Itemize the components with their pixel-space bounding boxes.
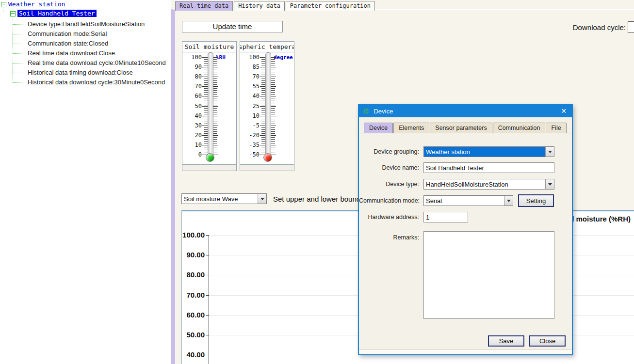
download-cycle-input[interactable] bbox=[628, 21, 634, 33]
gauge-tick-label: 25 bbox=[240, 103, 260, 110]
major-tick bbox=[213, 106, 218, 107]
atmospheric-temperature-gauge: Atmospheric temperature degree 100857055… bbox=[240, 41, 294, 171]
dialog-tab-file[interactable]: File bbox=[546, 123, 566, 133]
major-tick bbox=[271, 106, 276, 107]
tree-node-soil-handheld-tester[interactable]: Soil Handheld Tester bbox=[10, 10, 97, 17]
gauge-tick-label: 20 bbox=[182, 132, 202, 139]
dialog-tab-device[interactable]: Device bbox=[364, 123, 393, 133]
tree-item-property[interactable]: Device type:HandHeldSoilMoistureStation bbox=[28, 19, 166, 29]
gauge-tick-label: 100 bbox=[240, 54, 260, 61]
major-tick bbox=[260, 106, 265, 107]
major-tick bbox=[213, 77, 218, 77]
dialog-footer bbox=[359, 349, 572, 354]
device-tree-panel: Weather station Soil Handheld Tester Dev… bbox=[0, 0, 171, 364]
chart-y-axis bbox=[209, 235, 209, 364]
chart-y-label: 70.00 bbox=[182, 291, 205, 299]
close-icon[interactable]: ✕ bbox=[555, 105, 572, 117]
chevron-down-icon[interactable] bbox=[504, 196, 513, 206]
major-tick bbox=[260, 67, 265, 67]
gauge-tick-label: 50 bbox=[182, 103, 202, 110]
tree-item-property[interactable]: Real time data download:Close bbox=[28, 48, 166, 58]
major-tick bbox=[271, 116, 276, 116]
tab-real-time-data[interactable]: Real-time data bbox=[175, 1, 233, 11]
gauge-tick-label: 30 bbox=[182, 122, 202, 129]
tree-item-property[interactable]: Historical data timing download:Close bbox=[28, 68, 166, 78]
tree-node-label-selected[interactable]: Soil Handheld Tester bbox=[17, 10, 97, 17]
chart-y-tick bbox=[206, 315, 209, 316]
chart-y-label: 60.00 bbox=[182, 311, 205, 319]
dialog-tab-strip: DeviceElementsSensor parametersCommunica… bbox=[364, 123, 567, 133]
device-type-select[interactable]: HandHeldSoilMoistureStation bbox=[423, 179, 554, 190]
major-tick bbox=[213, 155, 218, 155]
tree-item-property[interactable]: Real time data download cycle:0Minute10S… bbox=[28, 58, 166, 68]
major-tick bbox=[271, 126, 276, 126]
gauge-tick-label: 70 bbox=[240, 73, 260, 80]
remarks-textarea[interactable] bbox=[423, 231, 554, 319]
tree-node-weather-station[interactable]: Weather station bbox=[1, 0, 65, 8]
chart-y-label: 40.00 bbox=[182, 351, 205, 359]
gauge-tick-label: 0 bbox=[182, 151, 202, 158]
tree-item-property[interactable]: Historical data download cycle:30Minute0… bbox=[28, 78, 166, 87]
update-time-button[interactable]: Update time bbox=[182, 21, 283, 32]
gauge-unit-label: degree bbox=[274, 54, 293, 61]
gauge-footer bbox=[182, 164, 236, 171]
tab-history-data[interactable]: History data bbox=[234, 1, 285, 11]
tree-item-property[interactable]: Communication state:Closed bbox=[28, 39, 166, 48]
collapse-icon[interactable] bbox=[1, 2, 6, 7]
hardware-address-input[interactable] bbox=[423, 212, 468, 222]
major-tick bbox=[260, 155, 265, 155]
major-tick bbox=[202, 106, 208, 107]
bounds-label: Set upper and lower bounds: bbox=[273, 195, 366, 203]
save-button[interactable]: Save bbox=[488, 335, 524, 347]
close-button[interactable]: Close bbox=[529, 335, 566, 347]
device-name-input[interactable] bbox=[423, 162, 554, 173]
major-tick bbox=[213, 145, 218, 145]
device-property-list: Device type:HandHeldSoilMoistureStationC… bbox=[28, 19, 166, 87]
gauge-tick-label: 70 bbox=[182, 83, 202, 90]
wave-type-select[interactable]: Soil moisture Wave bbox=[181, 193, 267, 204]
chevron-down-icon[interactable] bbox=[545, 179, 554, 189]
major-tick bbox=[271, 57, 276, 58]
tree-item-property[interactable]: Communication mode:Serial bbox=[28, 29, 166, 39]
tree-node-label[interactable]: Weather station bbox=[8, 0, 65, 8]
major-tick bbox=[271, 77, 276, 77]
dialog-tab-communication[interactable]: Communication bbox=[493, 123, 546, 133]
gauge-tick-label: -50 bbox=[240, 151, 260, 158]
device-grouping-select[interactable]: Weather station bbox=[423, 146, 554, 157]
communication-mode-label: Communication mode: bbox=[359, 195, 419, 206]
communication-mode-select[interactable]: Serial bbox=[423, 195, 513, 206]
major-tick bbox=[260, 145, 265, 145]
major-tick bbox=[202, 145, 208, 145]
gauge-tick-label: 40 bbox=[240, 93, 260, 99]
gauge-tick-label: -5 bbox=[240, 122, 260, 129]
tab-parameter-configuration[interactable]: Parameter configuration bbox=[286, 1, 375, 11]
major-tick bbox=[213, 116, 218, 116]
gauge-tick-label: 60 bbox=[182, 93, 202, 99]
chart-y-label: 100.00 bbox=[182, 231, 205, 239]
major-tick bbox=[202, 67, 208, 67]
major-tick bbox=[213, 126, 218, 126]
major-tick bbox=[271, 145, 276, 145]
chart-y-tick bbox=[206, 335, 209, 335]
dialog-tab-elements[interactable]: Elements bbox=[393, 123, 429, 133]
setting-button[interactable]: Setting bbox=[518, 194, 554, 207]
major-tick bbox=[213, 96, 218, 96]
gauge-tick-label: 85 bbox=[240, 63, 260, 70]
dialog-titlebar[interactable]: ⚙ Device ✕ bbox=[359, 105, 572, 117]
major-tick bbox=[202, 155, 208, 155]
chevron-down-icon[interactable] bbox=[545, 147, 554, 157]
chevron-down-icon[interactable] bbox=[258, 194, 266, 204]
major-tick bbox=[213, 57, 218, 58]
dialog-tab-sensor-parameters[interactable]: Sensor parameters bbox=[430, 123, 492, 133]
chart-y-tick bbox=[206, 295, 209, 296]
gauge-tick-label: 80 bbox=[182, 73, 202, 80]
collapse-icon[interactable] bbox=[10, 11, 16, 16]
chart-y-tick bbox=[206, 235, 209, 236]
gauge-tick-label: 10 bbox=[182, 142, 202, 148]
dialog-title: Device bbox=[374, 108, 555, 115]
gauge-tick-label: -35 bbox=[240, 142, 260, 148]
major-tick bbox=[271, 86, 276, 87]
soil-moisture-gauge: Soil moisture %RH 1009080706050403020100 bbox=[182, 41, 237, 171]
thermometer-tube bbox=[208, 52, 213, 157]
major-tick bbox=[260, 57, 265, 58]
